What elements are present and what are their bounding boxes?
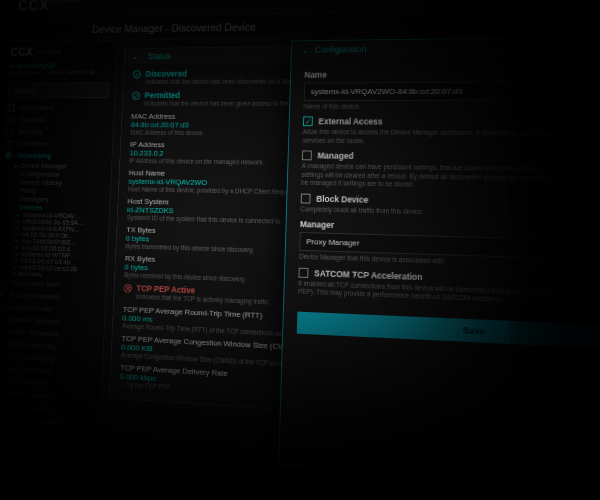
svg-rect-7 [7,142,12,146]
page-title: Device Manager - Discovered Device [92,20,256,34]
name-desc: Name of this device. [303,103,600,112]
flag-icon[interactable] [573,0,590,2]
dot-icon [0,290,5,299]
external-access-desc: Allow this device to access the Device M… [302,128,600,148]
name-input[interactable] [304,81,600,101]
svg-rect-4 [12,109,15,112]
checkbox-icon [301,193,311,203]
chevron-down-icon: ⌄ [301,45,309,55]
brand-logo: CCXSYSTEMS [13,0,79,14]
svg-rect-6 [7,120,13,122]
search-box [8,82,110,98]
checkbox-icon [298,267,308,277]
svg-point-12 [0,318,1,321]
nav-systems[interactable]: Systems [2,114,114,126]
svg-point-10 [0,293,2,296]
plug-icon [5,139,13,147]
checkbox-icon: ✓ [303,117,313,127]
sidebar-logo: CCX SYSTEMS [5,41,117,62]
dot-icon [0,376,1,385]
external-access-check[interactable]: ✓External Access [303,117,600,129]
svg-rect-3 [7,109,10,112]
svg-point-11 [0,305,2,308]
svg-rect-5 [8,116,14,118]
svg-rect-2 [12,104,15,107]
dot-icon [0,327,3,336]
dot-icon [0,302,5,311]
dot-icon [0,339,3,348]
search-input[interactable] [8,82,110,98]
session-user: SystemX User · 2024-11-14 09:10:20 [4,69,116,79]
configuration-modal: ⌄Configuration⌄ Name Name of this device… [278,35,600,496]
x-icon: ✕ [124,283,133,292]
check-icon: ✓ [133,70,141,78]
name-label: Name [304,68,600,80]
check-icon: ✓ [132,91,140,99]
dot-icon [0,278,6,287]
nav-dashboard[interactable]: Dashboard [2,102,114,114]
managed-desc: A managed device can have persistent set… [301,162,600,193]
grid-icon [7,104,15,112]
server-icon [7,115,15,123]
globe-icon [5,151,13,159]
dot-icon [0,314,4,323]
save-button[interactable]: Save [297,312,600,352]
svg-point-9 [1,281,3,284]
chevron-down-icon: ⌄ [132,52,140,61]
dot-icon [0,364,2,373]
svg-point-13 [0,330,1,333]
shield-icon [6,127,14,135]
checkbox-icon [302,151,312,161]
dot-icon [0,351,2,360]
svg-rect-1 [8,104,11,107]
nav-security[interactable]: Security [1,125,113,138]
